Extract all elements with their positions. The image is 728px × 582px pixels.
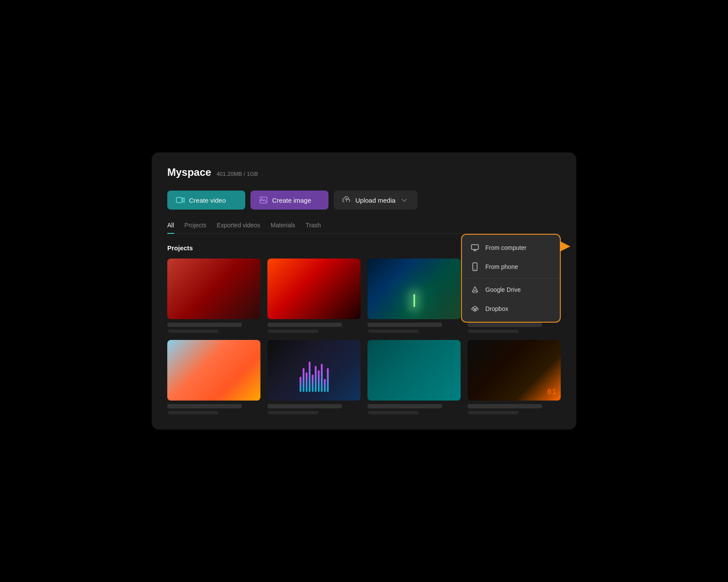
project-date-bar: [468, 330, 519, 333]
svg-rect-0: [176, 197, 182, 203]
project-date-bar: [167, 411, 218, 414]
project-card[interactable]: 01: [468, 340, 561, 414]
from-computer-label: From computer: [485, 244, 526, 251]
phone-icon: [471, 262, 479, 271]
project-meta: [367, 404, 461, 414]
dropdown-divider: [462, 278, 560, 278]
tab-exported-videos[interactable]: Exported videos: [217, 222, 260, 234]
image-icon: [259, 196, 268, 204]
dropdown-item-from-phone[interactable]: From phone: [462, 257, 560, 276]
project-card[interactable]: [367, 340, 461, 414]
create-image-button[interactable]: Create image: [250, 191, 328, 210]
dropdown-item-google-drive[interactable]: Google Drive: [462, 280, 560, 299]
dropdown-item-from-computer[interactable]: From computer: [462, 238, 560, 257]
video-icon: [176, 196, 185, 204]
google-drive-icon: [471, 285, 479, 294]
project-meta: [167, 404, 260, 414]
sound-bars: [299, 362, 328, 392]
project-meta: [267, 404, 361, 414]
dropbox-icon: [471, 304, 479, 313]
from-phone-label: From phone: [485, 263, 518, 270]
project-date-bar: [468, 411, 519, 414]
project-thumbnail: 01: [468, 340, 561, 401]
app-window: Myspace 401.20MB / 1GB Create video Crea…: [152, 152, 576, 430]
project-card[interactable]: [267, 340, 361, 414]
project-name-bar: [167, 323, 242, 327]
aurora-glow: [413, 294, 415, 307]
tab-all[interactable]: All: [167, 222, 174, 234]
project-date-bar: [267, 330, 318, 333]
create-video-button[interactable]: Create video: [167, 191, 245, 210]
project-thumbnail: [167, 340, 260, 401]
project-thumbnail: [367, 259, 461, 319]
project-card[interactable]: [367, 259, 461, 333]
project-card[interactable]: [167, 259, 260, 333]
project-date-bar: [367, 330, 419, 333]
tabs: All Projects Exported videos Materials T…: [167, 222, 561, 234]
svg-marker-3: [561, 242, 570, 251]
project-thumbnail: [267, 259, 361, 319]
project-meta: [468, 323, 561, 333]
header: Myspace 401.20MB / 1GB: [167, 166, 561, 178]
tab-materials[interactable]: Materials: [271, 222, 296, 234]
project-thumbnail: [367, 340, 461, 401]
circuit-text: 01: [547, 387, 556, 396]
tab-trash[interactable]: Trash: [306, 222, 321, 234]
svg-point-6: [474, 269, 475, 270]
pointer-arrow-icon: [560, 241, 571, 252]
project-name-bar: [367, 323, 442, 327]
toolbar: Create video Create image Upload media: [167, 191, 561, 210]
project-name-bar: [267, 404, 342, 408]
project-meta: [468, 404, 561, 414]
upload-dropdown: From computer From phone Google Drive: [461, 234, 561, 323]
svg-rect-4: [471, 245, 478, 249]
computer-icon: [471, 243, 479, 252]
project-thumbnail: [267, 340, 361, 401]
chevron-down-icon: [400, 196, 409, 204]
project-meta: [367, 323, 461, 333]
project-name-bar: [468, 323, 542, 327]
project-meta: [167, 323, 260, 333]
tab-projects[interactable]: Projects: [185, 222, 207, 234]
project-thumbnail: [167, 259, 260, 319]
project-name-bar: [367, 404, 442, 408]
upload-media-button[interactable]: Upload media: [334, 191, 417, 210]
app-title: Myspace: [167, 166, 211, 178]
google-drive-label: Google Drive: [485, 286, 521, 293]
project-name-bar: [267, 323, 342, 327]
project-date-bar: [167, 330, 218, 333]
project-name-bar: [167, 404, 242, 408]
project-card[interactable]: [267, 259, 361, 333]
dropdown-item-dropbox[interactable]: Dropbox: [462, 299, 560, 318]
project-date-bar: [267, 411, 318, 414]
project-meta: [267, 323, 361, 333]
dropbox-label: Dropbox: [485, 305, 508, 312]
project-card[interactable]: [167, 340, 260, 414]
upload-icon: [342, 196, 351, 204]
project-name-bar: [468, 404, 542, 408]
project-date-bar: [367, 411, 419, 414]
storage-info: 401.20MB / 1GB: [216, 171, 258, 177]
